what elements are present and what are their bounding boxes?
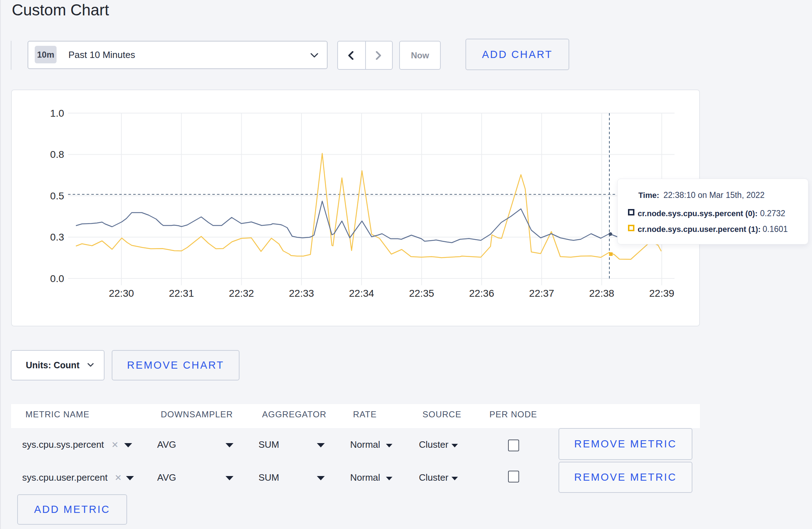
- svg-text:0.8: 0.8: [50, 149, 64, 160]
- svg-text:22:39: 22:39: [649, 288, 674, 299]
- svg-text:22:32: 22:32: [229, 288, 254, 299]
- svg-text:22:34: 22:34: [349, 288, 374, 299]
- svg-text:22:38: 22:38: [589, 288, 614, 299]
- svg-text:1.0: 1.0: [50, 108, 64, 119]
- svg-text:0.3: 0.3: [50, 232, 64, 243]
- svg-text:22:33: 22:33: [289, 288, 314, 299]
- svg-text:22:35: 22:35: [409, 288, 434, 299]
- svg-text:22:36: 22:36: [469, 288, 494, 299]
- svg-text:22:31: 22:31: [169, 288, 194, 299]
- svg-text:0.0: 0.0: [50, 273, 64, 284]
- svg-text:22:37: 22:37: [529, 288, 554, 299]
- svg-text:0.5: 0.5: [50, 190, 64, 202]
- svg-text:22:30: 22:30: [109, 288, 134, 299]
